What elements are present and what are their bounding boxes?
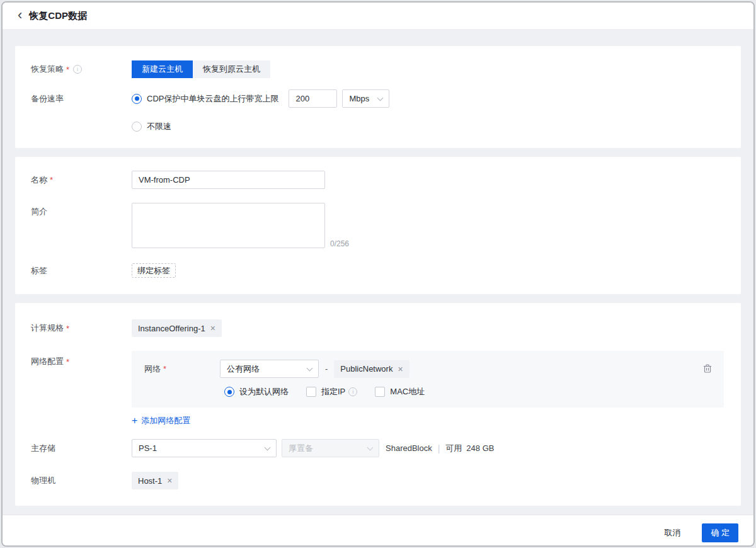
strategy-option-original-vm[interactable]: 恢复到原云主机 [193,60,270,78]
specify-ip-option: 指定IP i [306,386,357,397]
name-input[interactable] [132,171,325,189]
strategy-card: 恢复策略 * i 新建云主机 恢复到原云主机 备份速率 CDP保护中单块云盘的上… [15,46,741,148]
specify-ip-checkbox[interactable] [306,387,316,397]
network-select-row: 网络 * 公有网络 - PublicNetwork × [144,360,711,378]
remove-offering-icon[interactable]: × [210,324,215,333]
primary-storage-value: PS-1 [139,443,157,453]
chevron-down-icon [307,365,313,371]
add-network-config-label: 添加网络配置 [141,415,190,426]
name-label: 名称 * [31,174,132,186]
required-mark: * [66,65,69,74]
chevron-down-icon [265,444,271,450]
description-textarea[interactable] [132,203,325,248]
provisioning-select: 厚置备 [282,439,379,457]
divider: | [438,443,440,454]
primary-storage-label: 主存储 [31,443,132,454]
host-label: 物理机 [31,475,132,486]
storage-meta: SharedBlock | 可用 248 GB [386,443,494,454]
strategy-toggle-group: 新建云主机 恢复到原云主机 [132,60,270,78]
chevron-down-icon [367,444,374,450]
strategy-option-new-vm[interactable]: 新建云主机 [132,60,193,78]
specify-ip-label: 指定IP [321,386,345,397]
resource-card: 计算规格 * InstanceOffering-1 × 网络配置 * [15,303,741,506]
dash-separator: - [325,364,328,374]
available-label: 可用 [445,443,462,454]
strategy-row: 恢复策略 * i 新建云主机 恢复到原云主机 [31,60,725,78]
plus-icon: + [132,416,137,425]
restore-cdp-dialog: ‹ 恢复CDP数据 恢复策略 * i 新建云主机 恢复到原云主机 备份速率 [1,1,755,547]
primary-storage-row: 主存储 PS-1 厚置备 SharedBlock | 可用 248 GB [31,439,725,457]
required-mark: * [163,364,166,374]
mac-checkbox[interactable] [375,387,385,397]
required-mark: * [66,357,69,367]
rate-value-input[interactable] [289,89,337,108]
unlimited-rate-label: 不限速 [147,121,171,132]
instance-offering-chip: InstanceOffering-1 × [132,319,222,337]
char-counter: 0/256 [330,239,349,248]
available-value: 248 GB [466,443,494,453]
required-mark: * [50,175,53,185]
name-row: 名称 * [31,171,725,189]
tag-row: 标签 绑定标签 [31,263,725,278]
network-config-row: 网络配置 * 网络 * 公有网络 [31,351,725,426]
rate-unit-select[interactable]: Mbps [342,89,389,108]
host-chip: Host-1 × [132,472,178,489]
default-network-radio[interactable] [224,387,234,397]
network-panel: 网络 * 公有网络 - PublicNetwork × [132,351,724,408]
unlimited-rate-row: 不限速 [132,121,725,132]
main-content: 恢复策略 * i 新建云主机 恢复到原云主机 备份速率 CDP保护中单块云盘的上… [3,29,753,515]
primary-storage-select[interactable]: PS-1 [132,439,277,457]
host-row: 物理机 Host-1 × [31,472,725,489]
network-options-row: 设为默认网络 指定IP i MAC地址 [224,386,711,397]
rate-unit-value: Mbps [349,94,369,103]
page-title: 恢复CDP数据 [29,10,87,22]
backup-rate-row: 备份速率 CDP保护中单块云盘的上行带宽上限 Mbps [31,89,725,108]
compute-offering-label: 计算规格 * [31,323,132,334]
remove-network-icon[interactable]: × [398,365,403,374]
network-chip: PublicNetwork × [334,360,409,378]
network-type-value: 公有网络 [227,363,260,375]
description-label: 简介 [31,203,132,217]
network-label: 网络 * [144,363,220,375]
limit-rate-radio[interactable] [132,94,142,104]
remove-host-icon[interactable]: × [167,476,172,485]
compute-offering-row: 计算规格 * InstanceOffering-1 × [31,319,725,337]
network-config-label: 网络配置 * [31,351,132,367]
default-network-label: 设为默认网络 [239,386,289,397]
description-row: 简介 0/256 [31,203,725,248]
trash-icon[interactable] [702,363,713,374]
provisioning-value: 厚置备 [289,443,313,454]
mac-option: MAC地址 [375,386,425,397]
cancel-button[interactable]: 取消 [660,527,684,539]
network-config-area: 网络 * 公有网络 - PublicNetwork × [132,351,724,426]
backup-rate-label: 备份速率 [31,93,132,105]
storage-type: SharedBlock [386,443,432,453]
mac-label: MAC地址 [390,386,425,397]
chevron-down-icon [377,94,384,101]
footer: 取消 确 定 [3,515,753,547]
tag-label: 标签 [31,265,132,277]
back-icon[interactable]: ‹ [18,9,22,21]
bind-tag-button[interactable]: 绑定标签 [132,263,176,278]
unlimited-rate-radio[interactable] [132,122,142,132]
required-mark: * [66,324,69,333]
network-type-select[interactable]: 公有网络 [220,360,319,378]
basic-info-card: 名称 * 简介 0/256 标签 绑定标签 [15,157,741,294]
limit-rate-option-label: CDP保护中单块云盘的上行带宽上限 [147,93,278,105]
info-icon[interactable]: i [348,387,357,396]
confirm-button[interactable]: 确 定 [702,523,738,542]
strategy-label: 恢复策略 * i [31,64,132,75]
default-network-option: 设为默认网络 [224,386,289,397]
add-network-config-link[interactable]: + 添加网络配置 [132,415,190,426]
header: ‹ 恢复CDP数据 [3,3,753,29]
info-icon[interactable]: i [73,65,82,74]
